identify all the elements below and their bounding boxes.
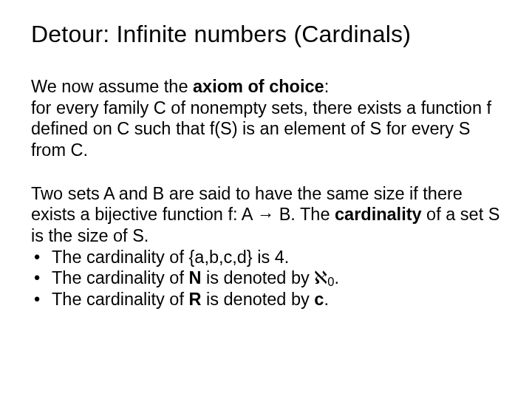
text-lead: We now assume the xyxy=(31,77,193,96)
bullet-reals-end: . xyxy=(324,290,329,309)
paragraph-cardinality: Two sets A and B are said to have the sa… xyxy=(31,183,501,310)
text-axiom-body: for every family C of nonempty sets, the… xyxy=(31,98,491,160)
bullet-reals: The cardinality of R is denoted by c. xyxy=(31,289,501,310)
bullet-finite-text: The cardinality of {a,b,c,d} is 4. xyxy=(52,248,289,267)
bullet-list: The cardinality of {a,b,c,d} is 4. The c… xyxy=(31,247,501,310)
bullet-naturals-mid: is denoted by xyxy=(201,268,314,287)
symbol-N: N xyxy=(188,268,201,287)
bullet-reals-mid: is denoted by xyxy=(201,290,314,309)
text-cardinality-bold: cardinality xyxy=(335,205,422,224)
bullet-reals-pre: The cardinality of xyxy=(52,290,188,309)
bullet-naturals-end: . xyxy=(334,268,339,287)
symbol-c: c xyxy=(314,290,324,309)
slide: Detour: Infinite numbers (Cardinals) We … xyxy=(0,0,532,399)
bullet-naturals: The cardinality of N is denoted by ℵ0. xyxy=(31,267,501,289)
slide-title: Detour: Infinite numbers (Cardinals) xyxy=(31,21,501,48)
paragraph-axiom: We now assume the axiom of choice: for e… xyxy=(31,76,501,161)
symbol-aleph: ℵ xyxy=(314,268,327,287)
bullet-naturals-pre: The cardinality of xyxy=(52,268,188,287)
text-axiom-bold: axiom of choice xyxy=(193,77,324,96)
bullet-finite-set: The cardinality of {a,b,c,d} is 4. xyxy=(31,247,501,268)
slide-body: We now assume the axiom of choice: for e… xyxy=(31,76,501,310)
symbol-R: R xyxy=(188,290,201,309)
text-colon: : xyxy=(324,77,330,96)
